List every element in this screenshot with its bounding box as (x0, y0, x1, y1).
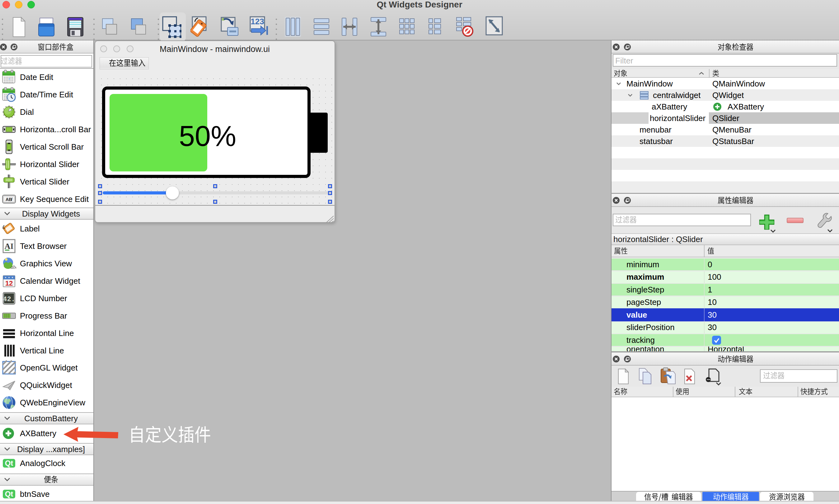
svg-text:Qt: Qt (5, 459, 13, 467)
svg-text:Qt: Qt (5, 490, 13, 498)
svg-text:abc: abc (11, 265, 16, 270)
svg-text:123: 123 (251, 17, 264, 26)
svg-text:42.: 42. (3, 295, 15, 303)
svg-text:12: 12 (5, 280, 13, 287)
svg-text:AB̸: AB̸ (5, 197, 13, 202)
svg-text:AI: AI (5, 242, 14, 251)
